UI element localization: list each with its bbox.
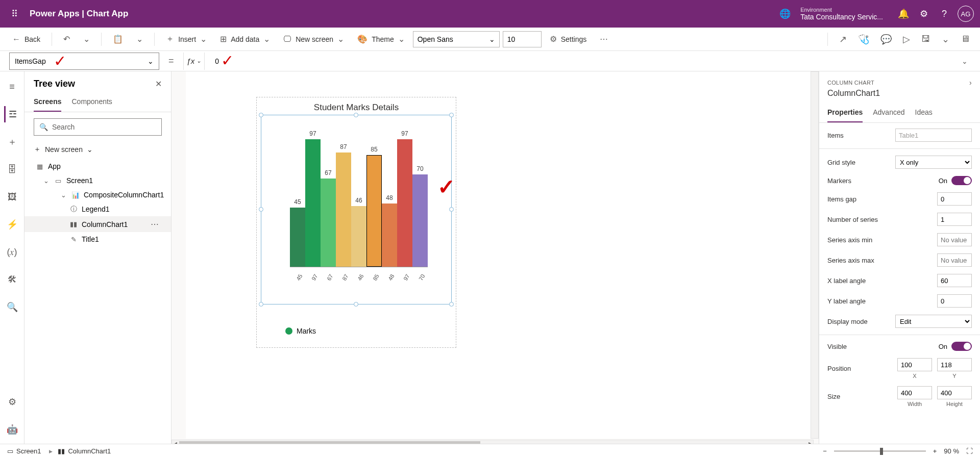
share-icon[interactable]: ↗	[836, 31, 850, 48]
composite-chart-outline[interactable]: Student Marks Details 459767874685489770…	[256, 97, 456, 348]
tab-screens[interactable]: Screens	[34, 92, 61, 112]
scrollbar-thumb[interactable]	[179, 441, 480, 444]
font-size-input[interactable]: 10	[503, 31, 542, 47]
resize-handle[interactable]	[449, 207, 454, 212]
help-icon[interactable]: ?	[934, 4, 954, 24]
settings-rail-icon[interactable]: ⚙	[4, 394, 20, 410]
save-icon[interactable]: 🖫	[918, 31, 934, 47]
prop-display-mode-value[interactable]: Edit	[895, 315, 972, 328]
scroll-right-icon[interactable]: ▸	[806, 440, 813, 444]
theme-button[interactable]: 🎨Theme⌄	[352, 31, 410, 47]
insert-rail-icon[interactable]: ＋	[4, 134, 20, 150]
paste-chevron[interactable]: ⌄	[131, 31, 148, 47]
breadcrumb-screen[interactable]: ▭Screen1	[7, 447, 41, 455]
bell-icon[interactable]: 🔔	[893, 4, 914, 24]
prop-width[interactable]	[897, 386, 932, 399]
tree-item-screen1[interactable]: ⌄▭Screen1	[24, 173, 171, 188]
search-rail-icon[interactable]: 🔍	[4, 299, 20, 315]
tab-properties[interactable]: Properties	[827, 103, 863, 122]
prop-y-angle-value[interactable]	[937, 294, 972, 308]
resize-handle[interactable]	[259, 302, 263, 307]
tree-search-input[interactable]: 🔍 Search	[34, 118, 162, 136]
prop-position-x[interactable]	[897, 358, 932, 371]
formula-input[interactable]: 0 ✓	[210, 53, 953, 70]
chart-bar	[412, 174, 428, 267]
prop-num-series-value[interactable]	[937, 213, 972, 226]
prop-items-value[interactable]	[895, 129, 972, 142]
prop-position-y[interactable]	[937, 358, 972, 371]
zoom-thumb[interactable]	[880, 448, 883, 455]
insert-button[interactable]: ＋Insert⌄	[161, 31, 212, 47]
ellipsis-icon[interactable]: ⋯	[151, 219, 165, 229]
breadcrumb-chart[interactable]: ▮▮ColumnChart1	[49, 447, 111, 455]
prop-height[interactable]	[937, 386, 972, 399]
comments-icon[interactable]: 💬	[877, 31, 895, 48]
advanced-tools-icon[interactable]: 🛠	[4, 271, 20, 288]
new-screen-button[interactable]: 🖵New screen⌄	[278, 31, 349, 47]
prop-items-gap-value[interactable]	[937, 192, 972, 206]
separator	[52, 33, 52, 46]
more-toolbar-button[interactable]: ⋯	[595, 31, 613, 47]
equals-sign: =	[164, 56, 178, 66]
tree-item-composite-chart[interactable]: ⌄📊CompositeColumnChart1	[24, 188, 171, 202]
resize-handle[interactable]	[259, 207, 263, 212]
add-data-button[interactable]: ⊞Add data⌄	[215, 31, 275, 47]
fit-to-screen-icon[interactable]: ⛶	[966, 447, 973, 455]
column-chart-selection[interactable]: 459767874685489770 459767874685489770 ✓	[261, 115, 452, 304]
undo-chevron[interactable]: ⌄	[78, 31, 95, 47]
play-icon[interactable]: ▷	[900, 31, 913, 48]
undo-button[interactable]: ↶	[58, 31, 75, 47]
environment-picker[interactable]: 🌐 Environment Tata Consultancy Servic...	[775, 4, 883, 24]
tree-item-column-chart[interactable]: ▮▮ColumnChart1⋯	[24, 216, 171, 232]
zoom-out-icon[interactable]: −	[823, 447, 827, 455]
app-checker-icon[interactable]: 🩺	[855, 31, 872, 48]
control-name[interactable]: ColumnChart1	[819, 89, 980, 103]
hamburger-icon[interactable]: ≡	[4, 79, 20, 95]
font-picker[interactable]: Open Sans⌄	[413, 31, 500, 47]
tree-item-legend[interactable]: ⓘLegend1	[24, 202, 171, 216]
settings-button[interactable]: ⚙Settings	[545, 31, 592, 47]
avatar[interactable]: AG	[958, 6, 974, 22]
prop-visible-toggle[interactable]	[951, 342, 972, 351]
save-chevron[interactable]: ⌄	[939, 31, 952, 48]
tab-ideas[interactable]: Ideas	[915, 103, 933, 122]
variables-icon[interactable]: (𝑥)	[4, 244, 20, 260]
chevron-right-icon[interactable]: ›	[969, 79, 972, 87]
resize-handle[interactable]	[449, 302, 454, 307]
close-icon[interactable]: ✕	[155, 79, 162, 89]
tab-advanced[interactable]: Advanced	[873, 103, 904, 122]
resize-handle[interactable]	[354, 302, 358, 307]
power-automate-icon[interactable]: ⚡	[4, 216, 20, 233]
paste-button[interactable]: 📋	[108, 31, 128, 47]
media-rail-icon[interactable]: 🖼	[4, 189, 20, 205]
tab-components[interactable]: Components	[71, 92, 112, 112]
virtual-agent-icon[interactable]: 🤖	[4, 421, 20, 438]
property-selector[interactable]: ItemsGap ✓ ⌄	[9, 53, 159, 70]
gear-icon[interactable]: ⚙	[914, 4, 934, 24]
canvas[interactable]: Student Marks Details 459767874685489770…	[172, 71, 819, 444]
zoom-slider[interactable]	[834, 450, 926, 452]
data-rail-icon[interactable]: 🗄	[4, 161, 20, 177]
horizontal-scrollbar[interactable]: ◂ ▸	[172, 440, 814, 444]
tree-item-app[interactable]: ▦App	[24, 159, 171, 173]
publish-icon[interactable]: 🖥	[958, 31, 973, 47]
prop-axis-max-value[interactable]	[937, 253, 972, 267]
tree-view-icon[interactable]: ☲	[4, 106, 20, 122]
expand-formula-icon[interactable]: ⌄	[959, 57, 971, 65]
prop-markers-toggle[interactable]	[951, 176, 972, 185]
scroll-left-icon[interactable]: ◂	[172, 440, 179, 444]
zoom-in-icon[interactable]: +	[933, 447, 937, 455]
waffle-icon[interactable]: ⠿	[6, 6, 22, 22]
resize-handle[interactable]	[259, 113, 263, 117]
back-button[interactable]: ←Back	[7, 32, 45, 47]
bar-value-label: 97	[305, 130, 321, 137]
prop-x-angle-value[interactable]	[937, 274, 972, 287]
prop-grid-style-value[interactable]: X only	[895, 156, 972, 169]
new-screen-button[interactable]: ＋ New screen ⌄	[24, 142, 171, 159]
tree-item-title[interactable]: ✎Title1	[24, 232, 171, 246]
fx-label[interactable]: ƒx⌄	[183, 53, 205, 70]
prop-axis-min-value[interactable]	[937, 233, 972, 246]
resize-handle[interactable]	[449, 113, 454, 117]
resize-handle[interactable]	[354, 113, 358, 117]
vertical-scrollbar[interactable]	[811, 71, 819, 439]
